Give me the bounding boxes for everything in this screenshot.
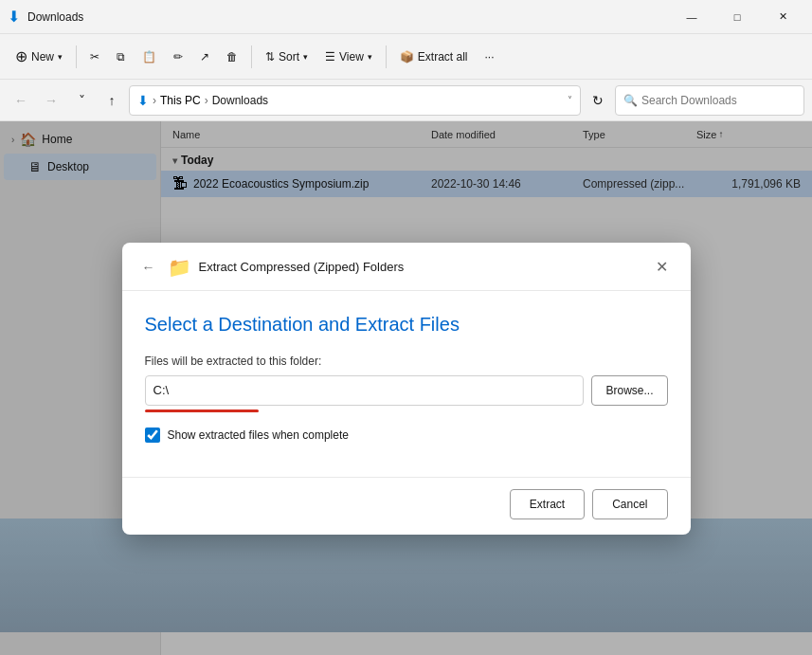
modal-overlay: ← 📁 Extract Compressed (Zipped) Folders …: [0, 121, 812, 655]
toolbar-separator-2: [251, 45, 252, 68]
copy-icon: ⧉: [117, 50, 125, 64]
copy-button[interactable]: ⧉: [109, 40, 133, 74]
dropdown-button[interactable]: ˅: [68, 87, 95, 114]
modal-label: Files will be extracted to this folder:: [145, 355, 668, 368]
address-path[interactable]: ⬇ › This PC › Downloads ˅: [129, 85, 581, 116]
toolbar: ⊕ New ▾ ✂ ⧉ 📋 ✏ ↗ 🗑 ⇅ Sort ▾ ☰ View ▾ 📦 …: [0, 34, 812, 80]
modal-title-bar: ← 📁 Extract Compressed (Zipped) Folders …: [122, 243, 691, 291]
maximize-button[interactable]: □: [715, 2, 759, 32]
main-content: › 🏠 Home 🖥 Desktop Name Date modified Ty…: [0, 121, 812, 655]
delete-icon: 🗑: [226, 50, 238, 64]
search-input[interactable]: [641, 94, 796, 107]
modal-heading: Select a Destination and Extract Files: [145, 314, 668, 336]
view-icon: ☰: [325, 50, 335, 64]
path-separator-2: ›: [205, 94, 208, 107]
modal-footer: Extract Cancel: [122, 477, 691, 535]
sort-icon: ⇅: [265, 50, 275, 64]
show-files-checkbox[interactable]: [145, 428, 160, 443]
path-separator-1: ›: [153, 94, 156, 107]
new-icon: ⊕: [15, 47, 27, 65]
sort-label: Sort: [279, 50, 299, 64]
new-label: New: [31, 50, 54, 64]
title-bar-icon: ⬇: [8, 8, 20, 26]
view-button[interactable]: ☰ View ▾: [317, 40, 380, 74]
toolbar-separator-3: [386, 45, 387, 68]
path-location-icon: ⬇: [137, 93, 149, 108]
path-this-pc: This PC: [160, 94, 201, 107]
toolbar-separator-1: [76, 45, 77, 68]
delete-button[interactable]: 🗑: [219, 40, 245, 74]
minimize-button[interactable]: —: [670, 2, 713, 32]
extract-modal: ← 📁 Extract Compressed (Zipped) Folders …: [122, 243, 691, 535]
modal-close-button[interactable]: ✕: [649, 254, 676, 281]
sort-button[interactable]: ⇅ Sort ▾: [258, 40, 316, 74]
modal-input-row: Browse...: [145, 375, 668, 406]
view-label: View: [339, 50, 364, 64]
modal-folder-icon: 📁: [168, 256, 191, 279]
browse-button[interactable]: Browse...: [591, 375, 667, 406]
refresh-button[interactable]: ↻: [585, 87, 611, 114]
paste-button[interactable]: 📋: [135, 40, 164, 74]
path-current-folder: Downloads: [212, 94, 268, 107]
more-icon: ···: [485, 50, 495, 64]
paste-icon: 📋: [142, 50, 156, 64]
modal-back-button[interactable]: ←: [137, 256, 160, 279]
title-bar-controls: — □ ✕: [670, 2, 804, 32]
show-files-row: Show extracted files when complete: [145, 428, 668, 443]
cut-button[interactable]: ✂: [82, 40, 107, 74]
new-button[interactable]: ⊕ New ▾: [8, 40, 70, 74]
extract-all-label: Extract all: [418, 50, 468, 64]
title-bar: ⬇ Downloads — □ ✕: [0, 0, 812, 34]
extract-all-button[interactable]: 📦 Extract all: [392, 40, 476, 74]
view-chevron-icon: ▾: [368, 52, 372, 62]
path-validation-indicator: [145, 409, 259, 412]
address-dropdown-icon[interactable]: ˅: [568, 95, 572, 105]
share-button[interactable]: ↗: [192, 40, 217, 74]
search-box: 🔍: [615, 85, 804, 116]
rename-button[interactable]: ✏: [166, 40, 190, 74]
sort-chevron-icon: ▾: [303, 52, 308, 62]
address-bar: ← → ˅ ↑ ⬇ › This PC › Downloads ˅ ↻ 🔍: [0, 80, 812, 121]
modal-title-text: Extract Compressed (Zipped) Folders: [199, 260, 405, 274]
modal-body: Select a Destination and Extract Files F…: [122, 291, 691, 477]
share-icon: ↗: [200, 50, 209, 64]
title-bar-title: Downloads: [27, 10, 670, 24]
extract-button[interactable]: Extract: [510, 489, 585, 519]
close-button[interactable]: ✕: [761, 2, 804, 32]
new-chevron-icon: ▾: [58, 52, 63, 62]
forward-button[interactable]: →: [38, 87, 64, 114]
cut-icon: ✂: [90, 50, 99, 64]
show-files-label: Show extracted files when complete: [168, 428, 349, 442]
back-button[interactable]: ←: [8, 87, 34, 114]
destination-path-input[interactable]: [145, 375, 585, 406]
up-button[interactable]: ↑: [99, 87, 125, 114]
rename-icon: ✏: [173, 50, 183, 64]
more-button[interactable]: ···: [478, 40, 502, 74]
extract-icon: 📦: [400, 50, 414, 64]
search-icon: 🔍: [623, 94, 638, 107]
cancel-button[interactable]: Cancel: [592, 489, 667, 519]
